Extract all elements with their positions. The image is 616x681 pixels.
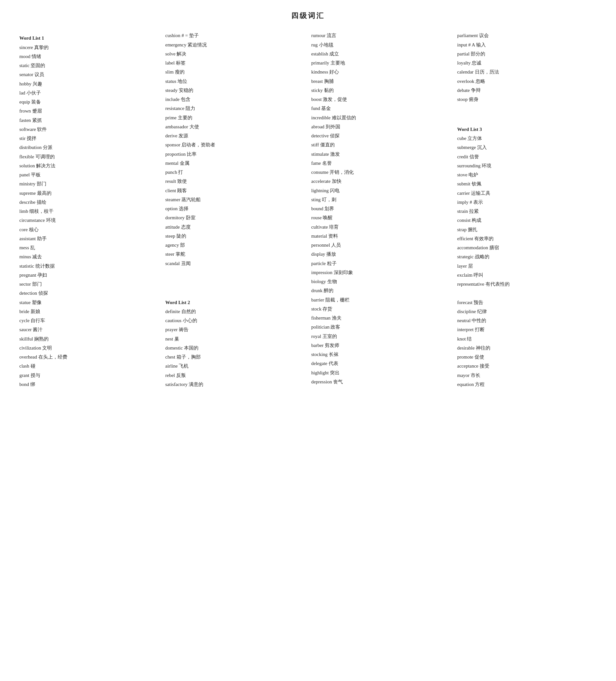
word-entry: status 地位 (165, 77, 305, 85)
word-entry: neutral 中性的 (457, 316, 597, 325)
word-entry: clash 碰 (19, 362, 159, 370)
word-entry: efficient 有效率的 (457, 234, 597, 243)
word-entry: royal 王室的 (311, 332, 451, 340)
word-entry: politician 政客 (311, 323, 451, 331)
word-entry: stir 搅拌 (19, 134, 159, 143)
word-entry: partial 部分的 (457, 50, 597, 58)
word-entry: parliament 议会 (457, 31, 597, 40)
column-3: rumour 流言rug 小地毯establish 成立primarily 主要… (311, 31, 451, 389)
word-entry: interpret 打断 (457, 325, 597, 334)
word-entry: hobby 兴趣 (19, 80, 159, 88)
word-entry: lightning 闪电 (311, 186, 451, 195)
word-grid: Word List 1sincere 真挚的mood 情绪static 坚固的s… (19, 31, 597, 389)
column-2: cushion # = 垫子emergency 紧迫情况solve 解决labe… (165, 31, 305, 389)
word-entry: core 核心 (19, 225, 159, 234)
word-entry: slim 瘦的 (165, 68, 305, 76)
word-entry: flexible 可调理的 (19, 153, 159, 161)
word-entry: scandal 丑闻 (165, 259, 305, 268)
word-entry: debate 争辩 (457, 86, 597, 95)
word-entry: label 标签 (165, 59, 305, 67)
word-entry: desirable 神往的 (457, 344, 597, 352)
word-entry: equation 方程 (457, 380, 597, 388)
word-entry: particle 粒子 (311, 259, 451, 268)
word-entry: panel 平板 (19, 171, 159, 179)
word-entry: agency 部 (165, 241, 305, 249)
word-entry: bound 划界 (311, 204, 451, 213)
word-entry: rebel 反叛 (165, 371, 305, 380)
word-entry: primarily 主要地 (311, 59, 451, 67)
word-entry: stoop 俯身 (457, 95, 597, 103)
word-entry: supreme 最高的 (19, 189, 159, 197)
word-entry: airline 飞机 (165, 362, 305, 370)
word-entry: bond 绑 (19, 380, 159, 388)
word-entry: stiff 僵直的 (311, 141, 451, 149)
word-entry: establish 成立 (311, 50, 451, 58)
word-entry: calendar 日历，历法 (457, 68, 597, 76)
word-entry: software 软件 (19, 125, 159, 133)
word-entry (165, 277, 305, 286)
word-entry: cycle 自行车 (19, 316, 159, 325)
section-header: Word List 2 (165, 298, 305, 307)
word-entry: rouse 唤醒 (311, 213, 451, 222)
word-entry: imply # 表示 (457, 198, 597, 206)
word-entry: barber 剪发师 (311, 341, 451, 350)
word-entry: mood 情绪 (19, 52, 159, 60)
word-entry: strain 拉紧 (457, 207, 597, 216)
column-4: parliament 议会input # A 输入partial 部分的loya… (457, 31, 597, 389)
word-entry: senator 议员 (19, 70, 159, 79)
word-entry: civilization 文明 (19, 344, 159, 352)
word-entry: definite 自然的 (165, 307, 305, 316)
word-entry: grant 授与 (19, 371, 159, 380)
word-entry: loyalty 忠诚 (457, 59, 597, 67)
word-entry: acceptance 接受 (457, 362, 597, 370)
word-entry: promote 促使 (457, 353, 597, 361)
word-entry: breast 胸脯 (311, 77, 451, 85)
word-entry: steep 陡的 (165, 232, 305, 240)
word-entry: overlook 忽略 (457, 77, 597, 85)
word-entry: sector 部门 (19, 280, 159, 288)
word-entry: sponsor 启动者，资助者 (165, 141, 305, 149)
word-entry: delegate 代表 (311, 359, 451, 368)
word-entry: steady 安稳的 (165, 86, 305, 95)
word-entry: submit 钦佩 (457, 180, 597, 188)
word-entry: carrier 运输工具 (457, 189, 597, 197)
word-entry: boost 激发，促使 (311, 95, 451, 103)
word-entry: stove 电炉 (457, 171, 597, 179)
word-entry: cube 立方体 (457, 134, 597, 143)
word-entry: limb 细枝，枝干 (19, 207, 159, 216)
word-entry: steamer 蒸汽轮船 (165, 195, 305, 204)
word-entry: chest 箱子，胸部 (165, 353, 305, 361)
word-entry: accelerate 加快 (311, 177, 451, 185)
word-entry: credit 信誉 (457, 153, 597, 161)
page-title: 四级词汇 (19, 10, 597, 22)
word-entry: forecast 预告 (457, 298, 597, 307)
word-entry: sticky 黏的 (311, 86, 451, 95)
word-entry: equip 装备 (19, 98, 159, 106)
word-entry: punch 打 (165, 168, 305, 176)
word-entry: minus 减去 (19, 252, 159, 261)
word-entry: layer 层 (457, 262, 597, 270)
word-entry: satisfactory 满意的 (165, 380, 305, 388)
word-entry: overhead 在头上，经费 (19, 353, 159, 361)
word-entry: strap 捆扎 (457, 225, 597, 234)
word-entry: drunk 醉的 (311, 286, 451, 295)
word-entry: assistant 助手 (19, 234, 159, 243)
word-entry: incredible 难以置信的 (311, 114, 451, 122)
word-entry: ministry 部门 (19, 180, 159, 188)
word-entry: cushion # = 垫子 (165, 31, 305, 40)
word-entry: exclaim 呼叫 (457, 271, 597, 279)
word-entry: strategic 战略的 (457, 252, 597, 261)
word-entry: domestic 本国的 (165, 344, 305, 352)
word-entry: resistance 阻力 (165, 104, 305, 112)
word-entry (457, 114, 597, 122)
word-entry: mayor 市长 (457, 371, 597, 380)
word-entry: knot 结 (457, 335, 597, 343)
section-header: Word List 1 (19, 34, 159, 42)
word-entry: emergency 紧迫情况 (165, 41, 305, 49)
word-entry: dormitory 卧室 (165, 213, 305, 222)
word-entry: consist 构成 (457, 216, 597, 224)
word-entry: attitude 态度 (165, 223, 305, 231)
word-entry: biology 生物 (311, 277, 451, 286)
word-entry: surrounding 环境 (457, 161, 597, 170)
word-entry: cautious 小心的 (165, 316, 305, 325)
